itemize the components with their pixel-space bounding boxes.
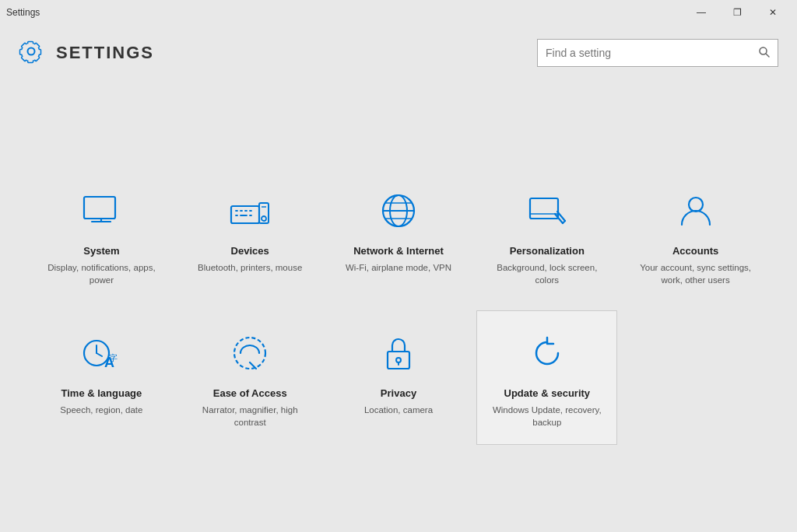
update-desc: Windows Update, recovery, backup (490, 404, 604, 429)
title-bar-buttons: — ❐ ✕ (683, 0, 791, 25)
svg-rect-2 (84, 197, 115, 219)
header-left: SETTINGS (19, 39, 154, 67)
ease-name: Ease of Access (213, 387, 287, 399)
personalization-name: Personalization (510, 245, 585, 257)
privacy-name: Privacy (381, 387, 416, 399)
privacy-icon (375, 330, 422, 376)
setting-devices[interactable]: Devices Bluetooth, printers, mouse (180, 168, 321, 303)
setting-system[interactable]: System Display, notifications, apps, pow… (31, 168, 172, 303)
setting-ease[interactable]: Ease of Access Narrator, magnifier, high… (180, 310, 321, 445)
setting-empty (625, 310, 766, 445)
svg-point-14 (262, 216, 266, 221)
accounts-name: Accounts (672, 245, 718, 257)
personalization-icon (524, 187, 571, 234)
svg-text:字: 字 (109, 353, 118, 362)
system-name: System (83, 245, 119, 257)
update-name: Update & security (504, 387, 591, 399)
header: SETTINGS (0, 25, 797, 81)
setting-accounts[interactable]: Accounts Your account, sync settings, wo… (625, 168, 766, 303)
svg-rect-5 (231, 206, 259, 223)
close-button[interactable]: ✕ (755, 0, 791, 25)
svg-rect-21 (530, 198, 558, 219)
accounts-icon (672, 187, 719, 234)
personalization-desc: Background, lock screen, colors (490, 261, 604, 286)
privacy-desc: Location, camera (364, 404, 433, 416)
settings-content: System Display, notifications, apps, pow… (0, 81, 797, 532)
settings-row-2: A 字 Time & language Speech, region, date… (31, 310, 766, 445)
search-input[interactable] (546, 47, 756, 59)
update-icon (524, 330, 571, 376)
setting-update[interactable]: Update & security Windows Update, recove… (476, 310, 617, 445)
svg-point-32 (234, 338, 265, 369)
network-desc: Wi-Fi, airplane mode, VPN (346, 261, 451, 274)
system-icon (78, 187, 125, 234)
devices-icon (226, 187, 273, 234)
devices-desc: Bluetooth, printers, mouse (198, 261, 302, 274)
setting-privacy[interactable]: Privacy Location, camera (328, 310, 469, 445)
time-desc: Speech, region, date (60, 404, 142, 416)
search-box[interactable] (537, 39, 778, 67)
search-icon (759, 47, 770, 60)
maximize-button[interactable]: ❐ (719, 0, 755, 25)
accounts-desc: Your account, sync settings, work, other… (638, 261, 753, 286)
time-icon: A 字 (78, 330, 125, 376)
settings-row-1: System Display, notifications, apps, pow… (31, 168, 766, 303)
ease-icon (226, 330, 273, 376)
ease-desc: Narrator, magnifier, high contrast (193, 404, 307, 429)
devices-name: Devices (231, 245, 269, 257)
setting-time[interactable]: A 字 Time & language Speech, region, date (31, 310, 172, 445)
minimize-button[interactable]: — (683, 0, 719, 25)
time-name: Time & language (61, 387, 142, 399)
network-icon (375, 187, 422, 234)
svg-line-25 (563, 221, 565, 223)
setting-network[interactable]: Network & Internet Wi-Fi, airplane mode,… (328, 168, 469, 303)
settings-gear-icon (19, 39, 44, 67)
svg-line-1 (766, 54, 769, 57)
svg-line-29 (97, 353, 102, 356)
svg-point-26 (689, 198, 703, 212)
svg-rect-34 (388, 352, 409, 369)
title-bar: Settings — ❐ ✕ (0, 0, 797, 25)
page-title: SETTINGS (56, 43, 154, 63)
title-bar-text: Settings (6, 7, 40, 18)
setting-personalization[interactable]: Personalization Background, lock screen,… (476, 168, 617, 303)
system-desc: Display, notifications, apps, power (44, 261, 159, 286)
network-name: Network & Internet (353, 245, 444, 257)
